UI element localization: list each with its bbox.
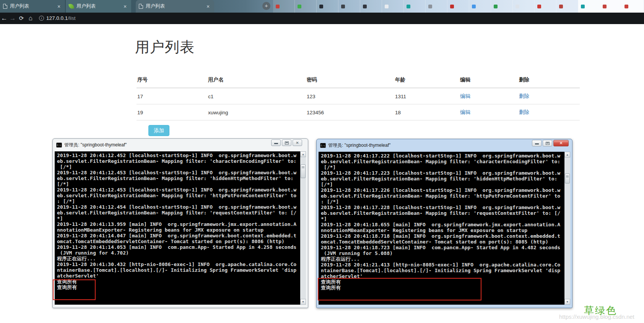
column-header: 编辑 [459, 73, 518, 88]
home-icon[interactable]: ⌂ [26, 13, 35, 24]
background-tab[interactable] [622, 0, 644, 13]
scrollbar[interactable]: ▲▼ [300, 151, 306, 305]
background-tab[interactable] [273, 0, 295, 13]
background-tab[interactable] [338, 0, 360, 13]
scroll-up-icon[interactable]: ▲ [564, 152, 570, 157]
tab-favicon [624, 5, 628, 8]
minimize-button[interactable] [271, 140, 281, 146]
tab-favicon [428, 5, 432, 8]
scroll-thumb[interactable] [565, 174, 570, 183]
log-line: *] [321, 216, 564, 222]
background-tab[interactable] [382, 0, 404, 13]
tab-favicon [341, 5, 345, 8]
log-line: nnotationMBeanExporter- Registering bean… [321, 227, 564, 233]
tab-close-icon[interactable]: × [205, 3, 211, 10]
delete-link[interactable]: 删除 [519, 93, 529, 99]
maximize-button[interactable] [282, 140, 291, 146]
document-favicon [3, 4, 7, 9]
tab-close-icon[interactable]: × [122, 3, 128, 10]
log-line: eb.servlet.FilterRegistrationBean- Mappi… [321, 193, 564, 199]
edit-link[interactable]: 编辑 [460, 109, 470, 115]
scrollbar[interactable]: ▲▼ [564, 152, 570, 305]
delete-link[interactable]: 删除 [519, 109, 529, 115]
background-tab[interactable] [295, 0, 317, 13]
close-button[interactable]: ✕ [293, 140, 302, 146]
background-tab[interactable] [469, 0, 491, 13]
back-icon[interactable]: ← [0, 13, 8, 24]
log-line: 2019-11-28 20:41:18.718 [main] INFO org.… [321, 233, 564, 239]
background-tab[interactable] [600, 0, 622, 13]
tab-favicon [276, 5, 280, 8]
tab-user-list-2[interactable]: 用户列表 × [66, 0, 131, 13]
log-line: eb.servlet.FilterRegistrationBean- Mappi… [57, 158, 299, 164]
background-tab[interactable] [360, 0, 382, 13]
tab-favicon [472, 5, 476, 8]
tab-favicon [581, 5, 585, 8]
log-line: 2019-11-28 20:41:12.453 [localhost-start… [57, 170, 299, 175]
cell-edit: 编辑 [459, 104, 518, 120]
close-button[interactable]: ✕ [553, 140, 569, 146]
browser-tab-strip: 用户列表 × 用户列表 × 用户列表 × + [0, 0, 644, 13]
site-info-icon[interactable]: i [39, 16, 44, 21]
tab-title: 用户列表 [10, 3, 56, 10]
cmd-prompt-icon: C:\ [320, 143, 326, 148]
reload-icon[interactable]: ⟳ [17, 13, 26, 24]
log-line: eb.servlet.FilterRegistrationBean- Mappi… [321, 210, 564, 216]
tab-user-list-1[interactable]: 用户列表 × [0, 0, 65, 13]
background-tab[interactable] [513, 0, 535, 13]
maximize-button[interactable] [543, 140, 552, 146]
log-line: eb.servlet.FilterRegistrationBean- Mappi… [57, 210, 299, 216]
cell-username: xuwujing [207, 104, 306, 120]
log-line: 2019-11-28 20:41:17.223 [localhost-start… [321, 170, 564, 176]
annotation-box-right [318, 278, 481, 300]
minimize-button[interactable] [532, 140, 542, 146]
column-header: 密码 [306, 73, 394, 88]
background-tab[interactable] [426, 0, 447, 13]
window-titlebar[interactable]: C:\管理员: "springboot-thymeleaf" [53, 139, 308, 151]
background-tab[interactable] [578, 0, 600, 13]
background-tab[interactable] [535, 0, 556, 13]
log-line: [/*] [57, 181, 299, 187]
minimize-icon [535, 143, 539, 144]
user-table: 序号用户名密码年龄编辑删除 17c11231311编辑删除19xuwujing1… [137, 73, 580, 120]
cell-id: 19 [137, 104, 207, 120]
spring-leaf-favicon [68, 3, 74, 9]
scroll-down-icon[interactable]: ▼ [564, 299, 570, 305]
background-tab[interactable] [317, 0, 338, 13]
document-favicon [139, 4, 143, 9]
address-bar[interactable]: 127.0.0.1/list [46, 13, 76, 24]
cell-edit: 编辑 [459, 88, 518, 104]
background-tab[interactable] [491, 0, 513, 13]
log-line: 程序正在运行... [321, 256, 564, 262]
log-line: atcherServlet' [57, 273, 299, 279]
column-header: 用户名 [207, 73, 306, 88]
log-line: *] [57, 216, 299, 221]
maximize-icon [546, 142, 550, 145]
log-line: eb.servlet.FilterRegistrationBean- Mappi… [321, 176, 564, 182]
log-line: [/*] [57, 164, 299, 170]
add-user-button[interactable]: 添加 [148, 125, 169, 136]
tab-user-list-active[interactable]: 用户列表 × [136, 0, 214, 13]
log-line: omcat.TomcatEmbeddedServletContainer- To… [321, 239, 564, 245]
scroll-up-icon[interactable]: ▲ [300, 151, 306, 157]
cell-age: 1311 [394, 88, 459, 104]
tab-favicon [516, 5, 519, 8]
window-controls: ✕ [532, 140, 569, 146]
scroll-thumb[interactable] [301, 164, 306, 178]
background-tab[interactable] [404, 0, 426, 13]
background-tab[interactable] [447, 0, 469, 13]
window-title: 管理员: "springboot-thymeleaf" [328, 142, 390, 149]
log-line: 2019-11-28 20:41:30.432 [http-nio-8086-e… [57, 261, 299, 267]
forward-icon[interactable]: → [8, 13, 17, 24]
tab-favicon [407, 5, 410, 8]
scroll-down-icon[interactable]: ▼ [300, 299, 306, 305]
edit-link[interactable]: 编辑 [460, 93, 470, 99]
log-line: [/*] [321, 164, 564, 170]
tab-favicon [298, 5, 301, 8]
tab-favicon [385, 5, 389, 8]
log-line: omcat.TomcatEmbeddedServletContainer- To… [57, 239, 299, 244]
background-tab[interactable] [556, 0, 578, 13]
new-tab-button[interactable]: + [262, 2, 270, 10]
tab-favicon [319, 5, 323, 8]
tab-close-icon[interactable]: × [56, 3, 62, 10]
